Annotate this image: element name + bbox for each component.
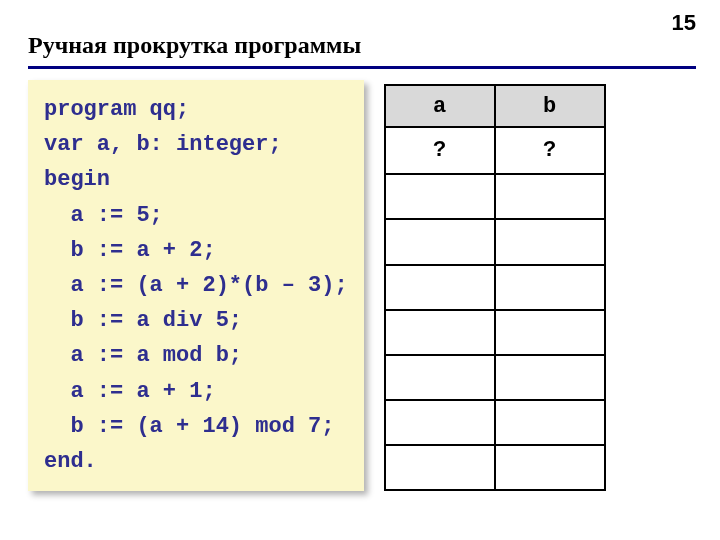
table-row [385, 445, 605, 490]
cell-b [495, 174, 605, 219]
table-row [385, 355, 605, 400]
cell-a [385, 445, 495, 490]
cell-a: ? [385, 127, 495, 174]
code-listing: program qq; var a, b: integer; begin a :… [28, 80, 364, 491]
table-row [385, 310, 605, 355]
cell-a [385, 265, 495, 310]
cell-a [385, 310, 495, 355]
cell-b: ? [495, 127, 605, 174]
table-row [385, 219, 605, 264]
title-underline [28, 66, 696, 69]
table-row [385, 400, 605, 445]
content-area: program qq; var a, b: integer; begin a :… [28, 80, 696, 491]
cell-a [385, 355, 495, 400]
cell-b [495, 265, 605, 310]
table-row [385, 174, 605, 219]
cell-b [495, 219, 605, 264]
cell-b [495, 445, 605, 490]
table-header-b: b [495, 85, 605, 127]
table-header-a: a [385, 85, 495, 127]
cell-b [495, 310, 605, 355]
table-row: ?? [385, 127, 605, 174]
page-number: 15 [672, 10, 696, 36]
cell-a [385, 174, 495, 219]
slide-title: Ручная прокрутка программы [28, 32, 361, 59]
trace-table: a b ?? [384, 84, 606, 491]
table-row [385, 265, 605, 310]
cell-b [495, 355, 605, 400]
cell-b [495, 400, 605, 445]
table-header-row: a b [385, 85, 605, 127]
cell-a [385, 219, 495, 264]
table-body: ?? [385, 127, 605, 490]
cell-a [385, 400, 495, 445]
